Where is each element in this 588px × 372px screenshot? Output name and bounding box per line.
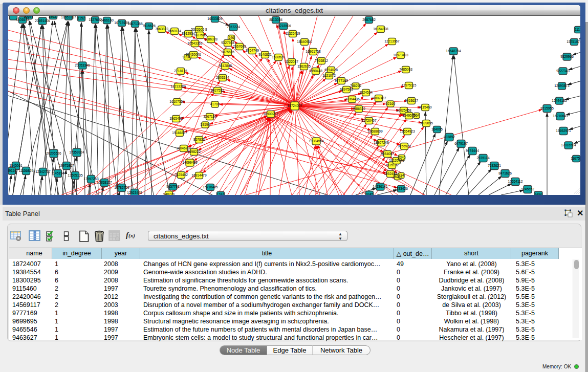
svg-text:14099489: 14099489: [182, 161, 198, 164]
svg-text:7955812: 7955812: [315, 59, 328, 62]
svg-text:20053346: 20053346: [75, 63, 90, 67]
svg-text:10046738: 10046738: [176, 146, 191, 150]
svg-text:3267110: 3267110: [203, 115, 216, 118]
svg-text:16961758: 16961758: [306, 50, 321, 53]
svg-text:6897568: 6897568: [340, 87, 353, 91]
svg-text:1615132: 1615132: [385, 163, 399, 167]
svg-text:2367608: 2367608: [233, 45, 246, 48]
svg-text:7515526: 7515526: [142, 24, 156, 28]
svg-text:12093873: 12093873: [554, 84, 570, 87]
svg-text:1588520: 1588520: [272, 55, 285, 59]
svg-text:19384554: 19384554: [309, 139, 324, 143]
svg-text:17016504: 17016504: [561, 143, 576, 147]
svg-text:2346: 2346: [398, 156, 406, 159]
svg-text:1498222: 1498222: [187, 150, 201, 154]
svg-text:116753: 116753: [571, 157, 580, 160]
svg-text:1117: 1117: [575, 28, 580, 31]
svg-text:10958107: 10958107: [97, 181, 112, 184]
svg-text:1845061: 1845061: [9, 164, 23, 167]
svg-text:9329966: 9329966: [560, 55, 574, 58]
svg-text:11156829: 11156829: [19, 169, 34, 172]
svg-text:16210643: 16210643: [553, 114, 568, 118]
svg-text:12213967: 12213967: [384, 39, 400, 43]
svg-text:9245: 9245: [366, 192, 374, 195]
svg-text:16120746: 16120746: [389, 159, 404, 162]
svg-text:18900297: 18900297: [263, 112, 278, 116]
svg-text:15720407: 15720407: [361, 119, 377, 122]
svg-text:12213389: 12213389: [170, 84, 186, 88]
svg-text:19166827: 19166827: [172, 131, 187, 135]
svg-text:20206526: 20206526: [46, 151, 61, 155]
svg-text:8427552: 8427552: [211, 89, 224, 92]
svg-text:53594: 53594: [201, 123, 210, 126]
svg-text:9474444: 9474444: [466, 149, 479, 152]
svg-text:7357224: 7357224: [227, 25, 240, 29]
svg-text:1152: 1152: [78, 16, 85, 20]
svg-text:10654112: 10654112: [508, 180, 523, 183]
svg-text:8454749: 8454749: [246, 49, 259, 52]
svg-text:6466160: 6466160: [100, 18, 114, 22]
svg-text:8215955: 8215955: [540, 106, 554, 110]
svg-text:19654923: 19654923: [400, 129, 415, 133]
svg-text:16107554: 16107554: [169, 100, 185, 103]
svg-text:11325419: 11325419: [286, 32, 300, 35]
svg-text:1405572: 1405572: [16, 18, 29, 21]
svg-text:1621072: 1621072: [322, 74, 336, 77]
svg-text:8813054: 8813054: [269, 18, 282, 21]
svg-text:9327505: 9327505: [193, 33, 207, 37]
svg-text:9242848: 9242848: [219, 64, 232, 68]
svg-text:546: 546: [228, 36, 234, 39]
svg-text:17359924: 17359924: [69, 150, 84, 154]
svg-text:10653287: 10653287: [61, 16, 76, 19]
svg-text:164095: 164095: [431, 127, 443, 131]
svg-text:9245652: 9245652: [521, 187, 534, 191]
svg-text:14136141: 14136141: [373, 185, 388, 188]
svg-text:6794028: 6794028: [324, 68, 338, 72]
svg-text:12444185: 12444185: [552, 99, 567, 102]
svg-text:7663822: 7663822: [155, 27, 168, 31]
svg-text:3824534: 3824534: [359, 91, 373, 94]
svg-text:2718176: 2718176: [174, 69, 187, 73]
svg-text:17957253: 17957253: [83, 177, 99, 181]
svg-text:15692971: 15692971: [556, 129, 571, 133]
svg-text:7632621: 7632621: [488, 164, 501, 167]
svg-text:12923448: 12923448: [127, 191, 142, 194]
svg-text:16671355: 16671355: [127, 22, 143, 26]
svg-text:948779: 948779: [163, 192, 175, 195]
svg-text:224: 224: [398, 173, 404, 177]
svg-text:8990448: 8990448: [309, 69, 322, 73]
svg-text:10973493: 10973493: [393, 53, 408, 57]
svg-text:9699695: 9699695: [420, 121, 433, 125]
svg-text:18640910: 18640910: [297, 40, 312, 43]
svg-text:10807487: 10807487: [371, 96, 386, 100]
svg-text:18637: 18637: [49, 16, 58, 18]
svg-text:1145194: 1145194: [51, 171, 64, 175]
svg-text:20691406: 20691406: [35, 19, 50, 23]
svg-text:16914479: 16914479: [191, 173, 207, 177]
svg-text:9115460: 9115460: [419, 105, 432, 109]
svg-text:16782759: 16782759: [114, 186, 129, 189]
svg-text:9327508: 9327508: [221, 41, 234, 45]
svg-text:19975867: 19975867: [59, 164, 74, 167]
svg-text:10688609: 10688609: [367, 129, 383, 133]
svg-text:7625402: 7625402: [175, 173, 188, 177]
svg-text:893892: 893892: [444, 135, 455, 139]
svg-text:9146821: 9146821: [258, 53, 272, 56]
svg-text:12505135: 12505135: [68, 173, 83, 177]
svg-text:9657791: 9657791: [166, 185, 180, 188]
svg-text:15716485: 15716485: [203, 185, 218, 189]
svg-text:1292: 1292: [217, 193, 225, 195]
svg-text:2087682: 2087682: [362, 18, 376, 21]
svg-text:3875685: 3875685: [221, 50, 234, 54]
svg-text:5322605 8: 5322605 8: [191, 28, 207, 31]
svg-text:9084067: 9084067: [381, 152, 394, 156]
svg-text:8471626: 8471626: [498, 171, 512, 175]
svg-text:8186328: 8186328: [204, 37, 217, 41]
svg-text:22420046: 22420046: [186, 53, 201, 56]
svg-text:9450: 9450: [535, 193, 542, 195]
svg-text:20364436: 20364436: [344, 97, 360, 101]
svg-text:62160: 62160: [386, 102, 396, 105]
svg-text:964: 964: [413, 114, 419, 117]
svg-text:16543362: 16543362: [187, 41, 203, 45]
svg-text:16648794: 16648794: [446, 49, 461, 53]
